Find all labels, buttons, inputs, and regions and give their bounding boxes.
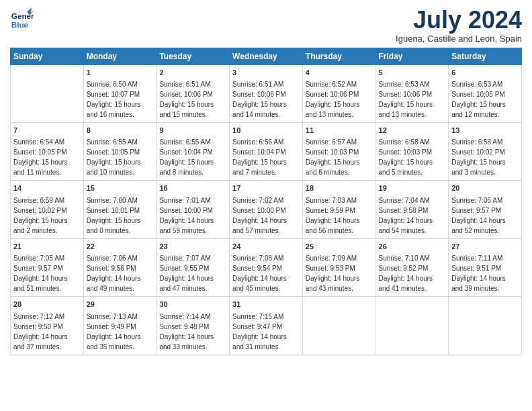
day-cell: 4Sunrise: 6:52 AMSunset: 10:06 PMDayligh… [302,64,375,122]
day-daylight: Daylight: 14 hours and 33 minutes. [159,333,214,351]
day-cell: 9Sunrise: 6:55 AMSunset: 10:04 PMDayligh… [157,122,230,180]
day-daylight: Daylight: 15 hours and 16 minutes. [87,101,141,118]
day-sunrise: Sunrise: 6:51 AM [232,81,283,88]
day-sunset: Sunset: 10:04 PM [232,148,286,156]
day-sunrise: Sunrise: 7:11 AM [451,255,502,262]
day-number: 25 [306,242,373,252]
day-sunset: Sunset: 9:57 PM [13,265,63,272]
day-cell: 6Sunrise: 6:53 AMSunset: 10:05 PMDayligh… [449,64,522,122]
day-sunrise: Sunrise: 6:59 AM [13,197,64,204]
day-sunset: Sunset: 9:57 PM [451,207,501,214]
day-sunrise: Sunrise: 6:51 AM [159,81,210,88]
col-tuesday: Tuesday [157,48,230,64]
day-daylight: Daylight: 15 hours and 10 minutes. [87,158,141,176]
day-number: 16 [159,183,226,193]
day-number: 20 [451,183,519,193]
day-cell: 7Sunrise: 6:54 AMSunset: 10:05 PMDayligh… [11,122,84,180]
day-sunrise: Sunrise: 7:08 AM [232,255,283,262]
day-cell: 12Sunrise: 6:58 AMSunset: 10:03 PMDaylig… [375,122,449,180]
day-daylight: Daylight: 15 hours and 3 minutes. [451,158,506,176]
day-daylight: Daylight: 15 hours and 11 minutes. [13,158,68,176]
day-number: 4 [306,68,373,78]
day-daylight: Daylight: 15 hours and 0 minutes. [87,217,141,234]
day-sunset: Sunset: 10:05 PM [13,148,67,156]
day-daylight: Daylight: 14 hours and 56 minutes. [306,217,360,234]
day-sunset: Sunset: 10:02 PM [451,148,505,156]
day-sunrise: Sunrise: 6:58 AM [451,138,502,146]
day-sunrise: Sunrise: 6:56 AM [232,138,283,146]
day-sunset: Sunset: 10:06 PM [232,91,286,98]
day-sunset: Sunset: 10:03 PM [379,148,433,156]
day-cell: 24Sunrise: 7:08 AMSunset: 9:54 PMDayligh… [230,238,303,296]
day-number: 21 [13,242,81,252]
day-daylight: Daylight: 14 hours and 57 minutes. [232,217,287,234]
day-number: 2 [159,68,226,78]
day-cell: 15Sunrise: 7:00 AMSunset: 10:01 PMDaylig… [83,181,157,238]
day-cell [302,297,375,355]
day-sunrise: Sunrise: 7:14 AM [159,313,210,320]
day-daylight: Daylight: 15 hours and 7 minutes. [232,158,287,176]
week-row-3: 14Sunrise: 6:59 AMSunset: 10:02 PMDaylig… [11,181,522,238]
day-cell: 11Sunrise: 6:57 AMSunset: 10:03 PMDaylig… [302,122,375,180]
day-cell [449,297,522,355]
day-number: 3 [232,68,300,78]
col-friday: Friday [375,48,449,64]
day-daylight: Daylight: 14 hours and 52 minutes. [451,217,506,234]
day-number: 26 [379,242,446,252]
day-cell: 16Sunrise: 7:01 AMSunset: 10:00 PMDaylig… [157,181,230,238]
day-sunset: Sunset: 10:06 PM [379,91,433,98]
day-sunrise: Sunrise: 7:12 AM [13,313,64,320]
day-sunrise: Sunrise: 7:10 AM [379,255,430,262]
day-sunrise: Sunrise: 7:07 AM [159,255,210,262]
day-cell: 27Sunrise: 7:11 AMSunset: 9:51 PMDayligh… [449,238,522,296]
header-row: Sunday Monday Tuesday Wednesday Thursday… [11,48,522,64]
day-daylight: Daylight: 14 hours and 31 minutes. [232,333,287,351]
day-sunset: Sunset: 9:59 PM [306,207,355,214]
day-sunset: Sunset: 9:55 PM [159,265,209,272]
day-cell: 3Sunrise: 6:51 AMSunset: 10:06 PMDayligh… [230,64,303,122]
day-cell [375,297,449,355]
day-daylight: Daylight: 14 hours and 35 minutes. [87,333,141,351]
day-sunset: Sunset: 10:00 PM [232,207,286,214]
day-number: 14 [13,183,81,193]
day-sunrise: Sunrise: 6:52 AM [306,81,357,88]
day-number: 23 [159,242,226,252]
col-sunday: Sunday [11,48,84,64]
day-number: 1 [87,68,154,78]
week-row-1: 1Sunrise: 6:50 AMSunset: 10:07 PMDayligh… [11,64,522,122]
day-number: 8 [87,126,154,136]
day-cell: 14Sunrise: 6:59 AMSunset: 10:02 PMDaylig… [11,181,84,238]
week-row-5: 28Sunrise: 7:12 AMSunset: 9:50 PMDayligh… [11,297,522,355]
day-sunset: Sunset: 10:07 PM [87,91,140,98]
col-wednesday: Wednesday [230,48,303,64]
day-cell: 19Sunrise: 7:04 AMSunset: 9:58 PMDayligh… [375,181,449,238]
day-cell: 26Sunrise: 7:10 AMSunset: 9:52 PMDayligh… [375,238,449,296]
day-cell: 17Sunrise: 7:02 AMSunset: 10:00 PMDaylig… [230,181,303,238]
day-daylight: Daylight: 14 hours and 39 minutes. [451,275,506,292]
day-number: 31 [232,300,300,310]
day-cell: 1Sunrise: 6:50 AMSunset: 10:07 PMDayligh… [83,64,157,122]
col-thursday: Thursday [302,48,375,64]
day-sunset: Sunset: 10:06 PM [159,91,213,98]
day-sunrise: Sunrise: 7:05 AM [451,197,502,204]
day-number: 6 [451,68,519,78]
day-sunset: Sunset: 9:51 PM [451,265,501,272]
day-number: 10 [232,126,300,136]
day-number: 7 [13,126,81,136]
day-daylight: Daylight: 15 hours and 15 minutes. [159,101,214,118]
day-sunrise: Sunrise: 6:50 AM [87,81,138,88]
day-cell: 2Sunrise: 6:51 AMSunset: 10:06 PMDayligh… [157,64,230,122]
col-monday: Monday [83,48,157,64]
day-daylight: Daylight: 15 hours and 13 minutes. [379,101,433,118]
day-daylight: Daylight: 15 hours and 14 minutes. [232,101,287,118]
day-sunrise: Sunrise: 6:54 AM [13,138,64,146]
day-daylight: Daylight: 14 hours and 43 minutes. [306,275,360,292]
day-sunrise: Sunrise: 7:02 AM [232,197,283,204]
title-block: July 2024 Iguena, Castille and Leon, Spa… [396,7,522,44]
day-number: 22 [87,242,154,252]
day-sunset: Sunset: 9:48 PM [159,323,209,330]
week-row-2: 7Sunrise: 6:54 AMSunset: 10:05 PMDayligh… [11,122,522,180]
day-number: 13 [451,126,519,136]
day-sunset: Sunset: 10:03 PM [306,148,359,156]
day-daylight: Daylight: 14 hours and 51 minutes. [13,275,68,292]
